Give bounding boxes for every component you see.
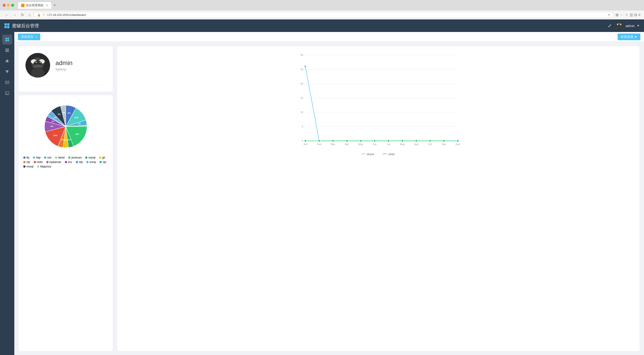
svg-point-91 [318, 140, 320, 142]
sidebar-item-filter[interactable] [2, 67, 12, 77]
profile-card: admin fighting~ [19, 46, 113, 92]
pie-chart: 8%12%4%19%4%4%4%15%8%4%4%8%4% [41, 102, 90, 151]
legend-label: tcpbanner [50, 160, 61, 164]
bug-icon [5, 59, 10, 63]
dashboard-icon [5, 37, 10, 42]
tag-options-button[interactable]: 标签选项 ▼ [618, 34, 640, 40]
svg-point-97 [402, 140, 404, 142]
profile-avatar [26, 53, 50, 78]
tabs-bar: 系统首页 × 标签选项 ▼ [14, 32, 644, 42]
svg-rect-15 [5, 50, 9, 51]
svg-point-99 [429, 140, 431, 142]
svg-point-96 [388, 140, 390, 142]
extensions-icon[interactable]: ||| [630, 13, 632, 17]
sidebar-item-list[interactable] [2, 46, 12, 55]
svg-point-34 [40, 62, 41, 63]
dropdown-icon[interactable]: ▼ [608, 13, 610, 16]
svg-rect-12 [5, 40, 7, 41]
legend-dot [65, 161, 67, 163]
svg-text:attack: attack [367, 153, 374, 156]
profile-name: admin [56, 60, 72, 66]
sidebar-item-dashboard[interactable] [2, 35, 12, 44]
star-icon[interactable]: ☆ [625, 13, 628, 17]
line-chart: 051015202530JanFebMarAprMayJunJulAugSepO… [124, 51, 633, 158]
user-info[interactable]: admin ▼ [615, 22, 640, 30]
address-icons: ⊞ ··· ☆ [616, 13, 628, 17]
sidebar-item-terminal[interactable] [2, 88, 12, 98]
profile-divider [26, 85, 106, 85]
svg-text:Dec: Dec [456, 143, 460, 146]
addr-right: ||| ⊟ ≡ [630, 13, 640, 17]
sidebar-item-mail[interactable] [2, 78, 12, 88]
svg-text:4%: 4% [62, 112, 66, 114]
svg-text:8%: 8% [58, 113, 60, 115]
back-button[interactable]: ← [4, 12, 10, 18]
tab-title: 后台管理系统 [26, 3, 44, 8]
svg-text:12%: 12% [74, 116, 78, 119]
svg-text:10: 10 [300, 111, 303, 114]
maximize-dot[interactable] [11, 4, 14, 7]
page-tab-home[interactable]: 系统首页 × [18, 34, 40, 40]
minimize-dot[interactable] [7, 4, 10, 7]
qr-icon[interactable]: ⊞ [616, 13, 618, 17]
legend-dot [85, 156, 88, 159]
svg-text:Jul: Jul [387, 143, 390, 146]
more-icon[interactable]: ··· [620, 13, 623, 17]
legend-item: ntp [23, 160, 30, 164]
dashboard: admin fighting~ 8%12%4%19%4%4%4%15%8%4%4… [14, 42, 644, 355]
svg-point-100 [443, 140, 445, 142]
svg-point-94 [360, 140, 362, 142]
legend-dot [99, 156, 101, 159]
pie-legend: ftphttpsshtelnetportscanmysqlgitntpredis… [23, 156, 108, 168]
address-bar[interactable]: 🔒 🛡 172.18.220.253/v1/dashboard ▼ [34, 12, 614, 18]
new-tab-button[interactable]: + [52, 2, 58, 8]
legend-dot [23, 166, 26, 168]
legend-label: telnet [58, 156, 64, 159]
svg-point-101 [456, 140, 459, 142]
reload-button[interactable]: ↻ [20, 12, 25, 18]
close-dot[interactable] [3, 4, 6, 7]
svg-text:15: 15 [300, 96, 303, 99]
svg-text:Apr: Apr [345, 143, 349, 146]
svg-point-33 [36, 62, 37, 63]
legend-label: rdp [79, 160, 83, 164]
svg-line-20 [8, 60, 9, 61]
left-panel: admin fighting~ 8%12%4%19%4%4%4%15%8%4%4… [19, 46, 113, 351]
legend-item: sip [100, 160, 106, 164]
legend-item: portscan [68, 156, 82, 159]
profile-motto: fighting~ [56, 68, 72, 71]
legend-item: http [33, 156, 40, 159]
menu-icon[interactable]: ≡ [638, 13, 640, 17]
legend-dot [23, 156, 26, 159]
svg-text:4%: 4% [52, 120, 54, 122]
legend-item: mssql [23, 165, 33, 168]
legend-dot [76, 161, 78, 163]
legend-item: telnet [55, 156, 64, 159]
legend-dot [23, 161, 26, 163]
legend-label: ssh [47, 156, 52, 159]
user-dropdown-icon[interactable]: ▼ [637, 24, 640, 27]
logo-cell-4 [7, 26, 10, 28]
svg-text:19%: 19% [75, 133, 79, 135]
legend-label: mysql [88, 156, 95, 159]
user-avatar [615, 22, 623, 30]
svg-point-78 [304, 66, 306, 68]
legend-item: httpproxy [37, 165, 51, 168]
legend-dot [100, 161, 102, 163]
split-icon[interactable]: ⊟ [634, 13, 637, 17]
url-text: 172.18.220.253/v1/dashboard [47, 13, 606, 16]
legend-dot [44, 156, 46, 159]
fullscreen-button[interactable]: ⤢ [608, 23, 612, 28]
svg-text:Aug: Aug [400, 143, 405, 146]
svg-text:Mar: Mar [331, 143, 336, 146]
browser-tab[interactable]: 🍯 后台管理系统 ✕ [18, 2, 52, 9]
user-name: admin [626, 24, 634, 28]
sidebar-item-bug[interactable] [2, 56, 12, 66]
tab-close-button[interactable]: ✕ [46, 4, 48, 7]
home-button[interactable]: ⌂ [27, 12, 32, 18]
svg-point-92 [332, 140, 334, 142]
forward-button[interactable]: → [12, 12, 18, 18]
avatar-image [615, 22, 623, 30]
page-tab-close[interactable]: × [35, 35, 37, 39]
app-logo: 蜜罐后台管理 [4, 23, 39, 29]
